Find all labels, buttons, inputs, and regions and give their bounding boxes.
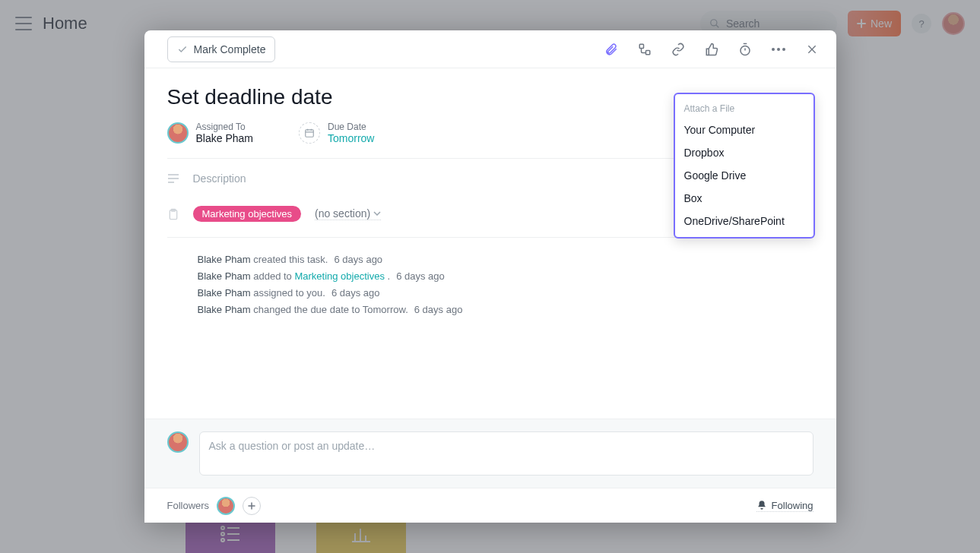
due-value: Tomorrow	[328, 132, 374, 144]
clipboard-icon	[167, 207, 179, 221]
attach-menu-item[interactable]: Google Drive	[675, 164, 813, 187]
activity-item: Blake Pham added to Marketing objectives…	[198, 268, 813, 285]
attach-icon[interactable]	[599, 37, 623, 62]
bell-icon	[756, 500, 767, 510]
attach-menu-header: Attach a File	[675, 99, 813, 118]
svg-rect-10	[306, 130, 314, 137]
attach-menu-item[interactable]: OneDrive/SharePoint	[675, 210, 813, 232]
add-follower-button[interactable]	[243, 497, 261, 515]
assignee-avatar	[167, 122, 189, 144]
attach-menu-item[interactable]: Box	[675, 187, 813, 210]
assigned-label: Assigned To	[196, 122, 253, 132]
activity-item: Blake Pham changed the due date to Tomor…	[198, 302, 813, 318]
assignee-name: Blake Pham	[196, 132, 253, 144]
comment-area: Ask a question or post an update…	[144, 419, 836, 488]
like-icon[interactable]	[699, 37, 724, 62]
timer-icon[interactable]	[733, 37, 757, 62]
modal-footer: Followers Following	[144, 488, 836, 523]
svg-point-7	[772, 48, 775, 51]
mark-complete-button[interactable]: Mark Complete	[167, 36, 276, 62]
followers-label: Followers	[167, 500, 210, 511]
description-placeholder: Description	[193, 172, 246, 185]
svg-rect-4	[639, 44, 643, 48]
modal-overlay: Mark Complete	[0, 0, 980, 553]
calendar-icon	[299, 122, 320, 144]
chevron-down-icon	[373, 211, 381, 216]
attach-menu: Attach a File Your ComputerDropboxGoogle…	[674, 93, 815, 239]
attach-menu-item[interactable]: Your Computer	[675, 118, 813, 141]
svg-point-8	[777, 48, 780, 51]
project-pill[interactable]: Marketing objectives	[193, 206, 302, 222]
attach-menu-item[interactable]: Dropbox	[675, 141, 813, 164]
due-date-field[interactable]: Due Date Tomorrow	[299, 122, 374, 144]
close-icon[interactable]	[800, 37, 824, 62]
activity-link[interactable]: Marketing objectives	[294, 270, 385, 282]
commenter-avatar	[167, 431, 189, 453]
follower-avatar[interactable]	[217, 497, 235, 515]
due-label: Due Date	[328, 122, 374, 132]
activity-feed: Blake Pham created this task.6 days agoB…	[167, 238, 813, 326]
modal-header: Mark Complete	[144, 30, 836, 68]
assignee-field[interactable]: Assigned To Blake Pham	[167, 122, 253, 144]
following-button[interactable]: Following	[756, 500, 813, 512]
subtask-icon[interactable]	[633, 37, 657, 62]
section-select[interactable]: (no section)	[315, 207, 381, 220]
task-modal: Mark Complete	[144, 30, 836, 523]
activity-item: Blake Pham created this task.6 days ago	[198, 251, 813, 268]
svg-point-9	[782, 48, 785, 51]
link-icon[interactable]	[666, 37, 690, 62]
comment-input[interactable]: Ask a question or post an update…	[199, 431, 813, 476]
svg-rect-5	[645, 50, 649, 54]
more-icon[interactable]	[766, 37, 791, 62]
activity-item: Blake Pham assigned to you.6 days ago	[198, 285, 813, 302]
